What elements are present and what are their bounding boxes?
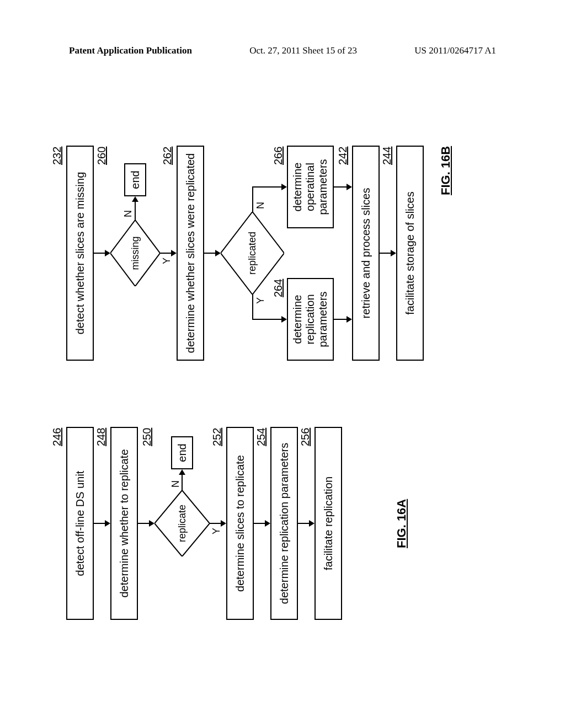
label-n: N: [255, 202, 266, 209]
box-232: detect whether slices are missing: [66, 146, 94, 361]
arrow-head-icon: [281, 184, 287, 190]
flowchart-16b: 232 detect whether slices are missing 26…: [55, 135, 475, 361]
arrow-head-icon: [105, 520, 110, 527]
diamond-250-text: replicate: [154, 490, 210, 556]
arrow: [298, 523, 310, 524]
ref-260: 260: [95, 147, 108, 165]
arrow: [135, 201, 136, 220]
box-264: determine replication parameters: [287, 278, 334, 361]
arrow-head-icon: [265, 520, 270, 527]
arrow: [160, 253, 172, 254]
arrow: [252, 295, 253, 320]
box-end-260: end: [124, 163, 146, 196]
arrow: [252, 319, 282, 320]
arrow: [252, 186, 282, 188]
label-n: N: [122, 210, 134, 217]
ref-244: 244: [381, 147, 393, 165]
arrow: [182, 474, 183, 490]
ref-242: 242: [337, 147, 349, 165]
ref-248: 248: [95, 428, 108, 446]
ref-264: 264: [272, 279, 285, 297]
header-center: Oct. 27, 2011 Sheet 15 of 23: [249, 45, 357, 56]
arrow-head-icon: [149, 520, 154, 527]
ref-254: 254: [255, 428, 268, 446]
diamond-250: replicate: [154, 490, 210, 556]
box-256: facilitate replication: [315, 427, 342, 620]
ref-252: 252: [211, 428, 223, 446]
label-y: Y: [211, 528, 222, 534]
arrow-head-icon: [105, 250, 110, 256]
box-252: determine slices to replicate: [226, 427, 254, 620]
arrow-head-icon: [179, 469, 185, 475]
arrow: [204, 253, 216, 254]
fig-label-16b: FIG. 16B: [439, 146, 453, 195]
arrow-head-icon: [171, 250, 177, 256]
ref-262: 262: [161, 147, 174, 165]
flowchart-16a: 246 detect off-line DS unit 248 determin…: [55, 416, 430, 620]
box-262: determine whether slices were replicated: [177, 146, 204, 361]
arrow: [380, 253, 392, 254]
fig-label-16a: FIG. 16A: [395, 499, 409, 548]
arrow-head-icon: [215, 250, 221, 256]
box-end-250: end: [171, 436, 193, 469]
arrow-head-icon: [221, 520, 226, 527]
arrow: [254, 523, 266, 524]
arrow-head-icon: [281, 316, 287, 323]
arrow-head-icon: [347, 316, 352, 323]
arrow: [334, 186, 348, 188]
label-y: Y: [161, 258, 173, 264]
arrow: [138, 523, 150, 524]
box-242: retrieve and process slices: [352, 146, 380, 361]
ref-246: 246: [51, 428, 63, 446]
arrow: [94, 253, 106, 254]
box-266: determine operatinal parameters: [287, 146, 334, 228]
box-248: determine whether to replicate: [110, 427, 138, 620]
arrow-head-icon: [391, 250, 396, 256]
arrow-head-icon: [132, 196, 138, 202]
box-254: determine replication parameters: [270, 427, 298, 620]
header-left: Patent Application Publication: [69, 45, 192, 56]
arrow-head-icon: [309, 520, 315, 527]
ref-256: 256: [299, 428, 312, 446]
label-n: N: [170, 480, 182, 488]
box-244: facilitate storage of slices: [396, 146, 424, 361]
header-right: US 2011/0264717 A1: [414, 45, 496, 56]
arrow: [252, 186, 253, 212]
box-246: detect off-line DS unit: [66, 427, 94, 620]
diamond-260-text: missing: [110, 220, 160, 286]
ref-250: 250: [141, 428, 153, 446]
arrow: [210, 523, 222, 524]
arrow: [334, 319, 348, 320]
ref-266: 266: [272, 147, 285, 165]
ref-232: 232: [51, 147, 63, 165]
diagram-area: 246 detect off-line DS unit 248 determin…: [0, 94, 565, 659]
diamond-260: missing: [110, 220, 160, 286]
arrow: [94, 523, 106, 524]
arrow-head-icon: [347, 184, 352, 190]
label-y: Y: [255, 297, 266, 304]
page-header: Patent Application Publication Oct. 27, …: [0, 45, 565, 56]
